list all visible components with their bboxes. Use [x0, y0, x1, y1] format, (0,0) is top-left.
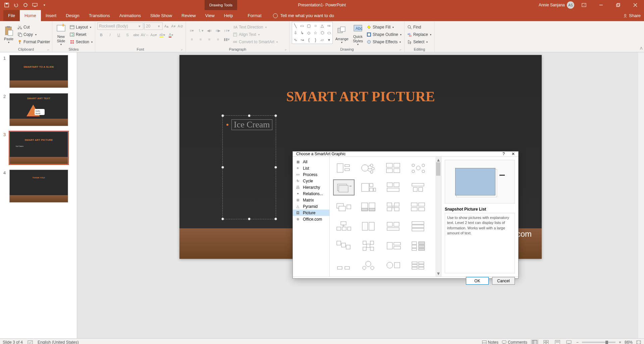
tab-animations[interactable]: Animations	[115, 10, 146, 21]
columns-button[interactable]: ▮▮▾	[223, 36, 231, 43]
shape-rbrace-icon[interactable]: }	[312, 37, 319, 44]
underline-button[interactable]: U	[115, 31, 123, 39]
collapse-ribbon-icon[interactable]: ᐱ	[640, 46, 643, 51]
content-placeholder[interactable]	[222, 115, 276, 219]
gallery-item[interactable]	[333, 238, 355, 254]
text-direction-button[interactable]: IIAText Direction▾	[232, 23, 278, 31]
gallery-item[interactable]	[383, 218, 404, 234]
dialog-help-icon[interactable]: ?	[502, 152, 505, 156]
tellme-search[interactable]: Tell me what you want to do	[273, 10, 334, 21]
close-icon[interactable]	[628, 0, 643, 10]
tab-format[interactable]: Format	[243, 10, 266, 21]
cat-cycle[interactable]: ↻Cycle	[293, 178, 329, 184]
tab-file[interactable]: File	[3, 10, 20, 21]
shape-connector-icon[interactable]: ↝	[299, 37, 306, 44]
notes-button[interactable]: Notes	[482, 340, 498, 344]
clipboard-dialog-launcher[interactable]: ⌐	[48, 48, 49, 51]
slide-thumbnail-1[interactable]: SMARTART TO A SLIDE	[9, 55, 68, 88]
comments-button[interactable]: Comments	[502, 340, 527, 344]
slideshow-start-icon[interactable]	[31, 1, 39, 9]
zoom-out-button[interactable]: −	[576, 340, 579, 344]
gallery-item[interactable]	[408, 257, 429, 273]
gallery-item[interactable]	[358, 257, 379, 273]
shape-curve-icon[interactable]: ∿	[292, 37, 299, 44]
dialog-titlebar[interactable]: Choose a SmartArt Graphic ? ✕	[293, 152, 518, 156]
reading-view-icon[interactable]	[553, 339, 561, 344]
shape-fill-button[interactable]: Shape Fill▾	[366, 23, 402, 31]
shape-oval-icon[interactable]: ○	[312, 22, 319, 29]
gallery-item[interactable]	[408, 179, 429, 195]
minimize-icon[interactable]	[593, 0, 608, 10]
tab-home[interactable]: Home	[20, 10, 41, 21]
find-button[interactable]: Find	[407, 23, 432, 31]
slide-title-text[interactable]: SMART ART PICTURE	[179, 89, 542, 105]
cat-picture[interactable]: 🖼Picture	[293, 210, 329, 216]
select-button[interactable]: Select▾	[407, 38, 432, 46]
cat-list[interactable]: ≡List	[293, 165, 329, 171]
paste-button[interactable]: Paste ▾	[2, 22, 15, 47]
cut-button[interactable]: Cut	[17, 23, 51, 31]
arrange-button[interactable]: Arrange▾	[334, 22, 350, 47]
zoom-level[interactable]: 86%	[625, 340, 633, 344]
shape-rect-icon[interactable]: ▭	[299, 22, 306, 29]
tab-insert[interactable]: Insert	[41, 10, 61, 21]
zoom-slider[interactable]	[582, 342, 615, 343]
bullets-button[interactable]: ≡▾	[188, 27, 196, 34]
font-color-button[interactable]: A▾	[167, 31, 175, 39]
gallery-item[interactable]	[383, 179, 404, 195]
shape-triangle-icon[interactable]: △	[319, 22, 326, 29]
shapes-gallery[interactable]: ╲ ▭ ▢ ○ △ ⇨ ⇩ ↳ ◇ ☆ ⬡ ⬭ ∿ ↝ { } ▱ ▾	[292, 22, 333, 44]
user-avatar[interactable]: AS	[567, 1, 574, 9]
convert-smartart-button[interactable]: Convert to SmartArt▾	[232, 38, 278, 46]
qat-customize-icon[interactable]: ▾	[40, 1, 48, 9]
gallery-item[interactable]	[333, 199, 355, 215]
section-button[interactable]: Section▾	[69, 38, 93, 46]
shape-star-icon[interactable]: ☆	[312, 29, 319, 36]
cat-pyramid[interactable]: △Pyramid	[293, 203, 329, 210]
slide-thumbnail-3[interactable]: SMART ART PICTUREIce Cream	[9, 131, 68, 164]
shape-line-icon[interactable]: ╲	[292, 22, 299, 29]
shape-action-icon[interactable]: ▱	[319, 37, 326, 44]
gallery-item[interactable]	[358, 179, 379, 195]
strikethrough-button[interactable]: abc	[132, 31, 140, 39]
increase-font-icon[interactable]: A▴	[163, 22, 170, 30]
shape-hex-icon[interactable]: ⬡	[319, 29, 326, 36]
tab-design[interactable]: Design	[61, 10, 84, 21]
slide-counter[interactable]: Slide 3 of 4	[3, 340, 23, 344]
shapes-more-icon[interactable]: ▾	[326, 37, 332, 44]
decrease-indent-button[interactable]: ◀≡	[205, 27, 213, 34]
redo-icon[interactable]	[21, 1, 30, 9]
gallery-item[interactable]	[358, 218, 379, 234]
new-slide-button[interactable]: New Slide ▾	[54, 22, 68, 47]
gallery-item[interactable]	[358, 160, 379, 176]
font-name-combo[interactable]: Rockwell (Body)▾	[97, 22, 143, 30]
align-center-button[interactable]: ≡	[197, 36, 205, 43]
dialog-close-icon[interactable]: ✕	[512, 152, 515, 156]
language-status[interactable]: English (United States)	[38, 340, 79, 344]
shape-callout-icon[interactable]: ⬭	[326, 29, 332, 36]
ok-button[interactable]: OK	[466, 277, 489, 285]
clear-format-icon[interactable]: A⊘	[177, 22, 183, 30]
spellcheck-icon[interactable]	[28, 340, 33, 344]
shape-rrect-icon[interactable]: ▢	[306, 22, 312, 29]
shape-diamond-icon[interactable]: ◇	[306, 29, 312, 36]
highlight-button[interactable]: ab▾	[158, 31, 166, 39]
char-spacing-button[interactable]: AV↔	[141, 31, 149, 39]
bullet-text[interactable]: Ice Cream	[231, 119, 272, 130]
slideshow-view-icon[interactable]	[565, 339, 573, 344]
gallery-item[interactable]	[383, 257, 404, 273]
copy-button[interactable]: Copy▾	[17, 31, 51, 38]
decrease-font-icon[interactable]: A▾	[170, 22, 177, 30]
slide-thumbnail-4[interactable]: THANK YOU!	[9, 170, 68, 203]
cat-hierarchy[interactable]: 品Hierarchy	[293, 184, 329, 190]
gallery-item[interactable]	[333, 218, 355, 234]
reset-button[interactable]: Reset	[69, 31, 93, 38]
gallery-item[interactable]	[333, 160, 355, 176]
increase-indent-button[interactable]: ≡▶	[214, 27, 222, 34]
cancel-button[interactable]: Cancel	[492, 277, 515, 285]
bold-button[interactable]: B	[97, 31, 105, 39]
gallery-item[interactable]	[333, 257, 355, 273]
format-painter-button[interactable]: Format Painter	[17, 38, 51, 46]
cat-process[interactable]: ›››Process	[293, 171, 329, 178]
tab-slideshow[interactable]: Slide Show	[146, 10, 177, 21]
